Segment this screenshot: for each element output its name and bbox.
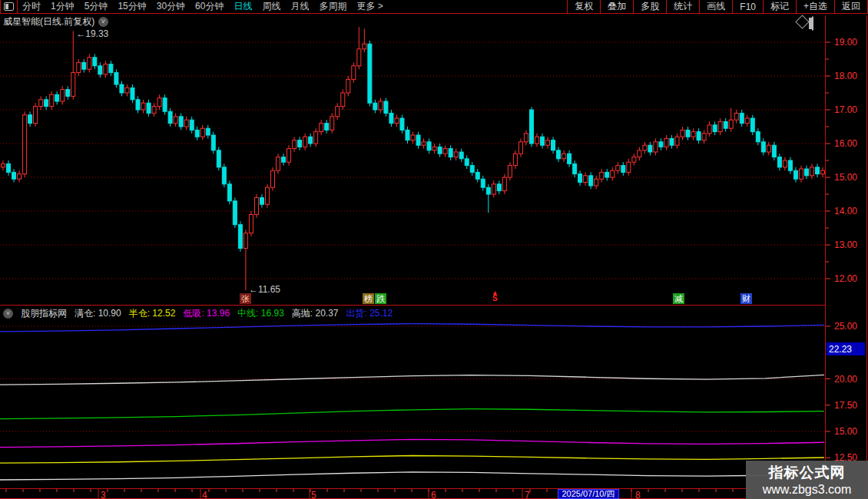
chevron-down-icon[interactable]: ˅: [3, 309, 13, 319]
indicator-axis-label: 25.00: [834, 321, 857, 332]
price-axis-label: 12.00: [834, 273, 857, 284]
price-axis-label: 18.00: [834, 71, 857, 81]
month-label-7: 7: [525, 490, 530, 499]
price-axis-label: 19.00: [834, 37, 857, 48]
watermark-title: 指标公式网: [769, 463, 846, 483]
price-axis-label: 16.00: [834, 138, 857, 149]
month-label-3: 3: [101, 490, 106, 499]
price-axis-label: 15.00: [834, 172, 857, 183]
month-label-6: 6: [431, 490, 436, 499]
watermark-url: www.zbgs3.com: [763, 483, 852, 497]
indicator-value-中线: 中线: 16.93: [237, 307, 284, 320]
indicator-value-出货: 出货: 25.12: [346, 307, 393, 320]
signal-badge-财: 财: [740, 293, 752, 304]
indicator-panel-title: 股朋指标网: [21, 307, 67, 320]
indicator-axis-label: 17.50: [834, 400, 857, 411]
price-axis-label: 13.00: [834, 240, 857, 250]
indicator-value-低吸: 低吸: 13.96: [183, 307, 230, 320]
month-label-4: 4: [202, 490, 207, 499]
signal-s-marker: ▴S: [492, 289, 498, 302]
indicator-axis-label: 20.00: [834, 374, 857, 385]
signal-badge-榜: 榜: [363, 293, 374, 304]
indicator-value-高抛: 高抛: 20.37: [292, 307, 339, 320]
indicator-header: ˅ 股朋指标网 满仓: 10.90半仓: 12.52低吸: 13.96中线: 1…: [0, 306, 828, 320]
month-label-8: 8: [635, 490, 641, 499]
signal-badge-跌: 跌: [375, 293, 386, 304]
chart-canvas[interactable]: [0, 0, 868, 499]
signal-badge-减: 减: [673, 293, 684, 304]
trading-app-window: 分时1分钟5分钟15分钟30分钟60分钟日线周线月线多周期更多 > 复权叠加多股…: [0, 0, 868, 499]
indicator-value-满仓: 满仓: 10.90: [75, 307, 121, 320]
watermark: 指标公式网 www.zbgs3.com: [746, 461, 868, 499]
price-axis-label: 17.00: [834, 104, 857, 115]
month-label-5: 5: [311, 490, 316, 499]
low-price-annotation: ←11.65: [249, 284, 280, 295]
signal-badge-张: 张: [240, 293, 251, 304]
indicator-axis-label: 15.00: [834, 426, 857, 437]
time-axis: 2025年 345678: [0, 488, 868, 499]
selected-date-box: 2025/07/10/四: [558, 489, 619, 499]
indicator-value-半仓: 半仓: 12.52: [129, 307, 176, 320]
current-value-box: 22.23: [827, 342, 865, 355]
high-price-annotation: ←19.33: [76, 28, 108, 39]
price-axis-label: 14.00: [834, 206, 857, 216]
